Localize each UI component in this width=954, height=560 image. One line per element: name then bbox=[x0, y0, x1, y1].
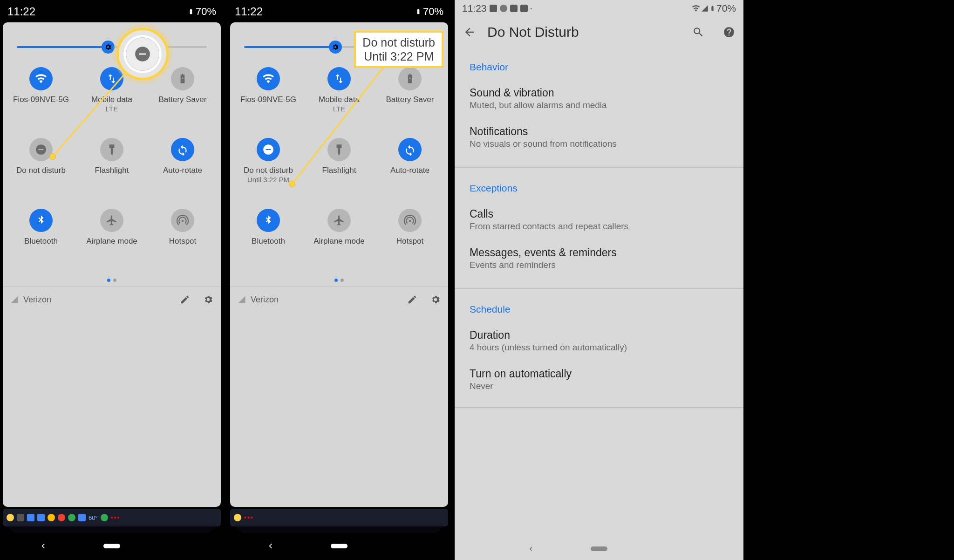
signal-icon bbox=[10, 295, 19, 304]
carrier-label: Verizon bbox=[23, 295, 51, 305]
qs-tile-dnd[interactable]: Do not disturbUntil 3:22 PM bbox=[233, 135, 304, 206]
qs-tile-label: Fios-09NVE-5G bbox=[240, 95, 296, 104]
callout-dnd-until: Do not disturb Until 3:22 PM bbox=[354, 31, 443, 68]
brightness-thumb[interactable] bbox=[102, 41, 115, 54]
qs-tile-dnd[interactable]: Do not disturb bbox=[6, 135, 76, 206]
mobile-data-toggle[interactable] bbox=[327, 67, 351, 90]
hotspot-icon bbox=[177, 214, 189, 226]
notif-chip-icon bbox=[68, 514, 75, 521]
settings-row-title: Sound & vibration bbox=[470, 87, 729, 99]
notif-chip-icon bbox=[78, 514, 86, 521]
status-icon bbox=[490, 5, 497, 12]
back-icon[interactable] bbox=[463, 26, 476, 39]
section-heading: Exceptions bbox=[470, 183, 729, 194]
panel-footer: Verizon bbox=[3, 287, 221, 312]
wifi-icon bbox=[262, 73, 274, 85]
qs-tile-airplane[interactable]: Airplane mode bbox=[76, 206, 147, 277]
qs-tile-bluetooth[interactable]: Bluetooth bbox=[6, 206, 76, 277]
back-nav-icon[interactable] bbox=[38, 541, 48, 551]
edit-icon[interactable] bbox=[180, 294, 190, 305]
settings-row-title: Calls bbox=[470, 208, 729, 220]
help-icon[interactable] bbox=[723, 26, 735, 38]
notification-strip[interactable]: 60° ••• bbox=[3, 509, 221, 526]
auto-rotate-toggle[interactable] bbox=[171, 138, 194, 161]
airplane-toggle[interactable] bbox=[327, 209, 351, 232]
flashlight-toggle[interactable] bbox=[100, 138, 123, 161]
qs-tile-sublabel: LTE bbox=[333, 105, 345, 113]
flash-icon bbox=[333, 143, 345, 156]
settings-header: Do Not Disturb bbox=[455, 16, 743, 48]
qs-tile-flashlight[interactable]: Flashlight bbox=[76, 135, 147, 206]
qs-tile-auto-rotate[interactable]: Auto-rotate bbox=[147, 135, 218, 206]
back-nav-icon[interactable] bbox=[266, 541, 275, 551]
settings-row[interactable]: Messages, events & remindersEvents and r… bbox=[470, 239, 729, 278]
status-more-icon: • bbox=[531, 6, 532, 11]
wifi-toggle[interactable] bbox=[29, 67, 53, 90]
settings-row[interactable]: CallsFrom starred contacts and repeat ca… bbox=[470, 200, 729, 239]
settings-icon[interactable] bbox=[203, 294, 213, 305]
qs-tile-flashlight[interactable]: Flashlight bbox=[304, 135, 375, 206]
settings-row[interactable]: Turn on automaticallyNever bbox=[470, 360, 729, 399]
qs-tile-battery-saver[interactable]: Battery Saver bbox=[375, 64, 445, 135]
signal-icon bbox=[238, 295, 246, 304]
home-nav-pill[interactable] bbox=[331, 544, 348, 548]
airplane-icon bbox=[333, 214, 345, 226]
status-bar: 11:23 • 70% bbox=[455, 0, 743, 16]
notif-chip-icon bbox=[58, 514, 65, 521]
bluetooth-toggle[interactable] bbox=[29, 209, 53, 232]
screen-c-dnd-settings: 11:23 • 70% Do Not Disturb BehaviorSound… bbox=[455, 0, 743, 560]
airplane-toggle[interactable] bbox=[100, 209, 123, 232]
rotate-icon bbox=[404, 143, 416, 156]
notification-strip[interactable]: ••• bbox=[230, 509, 448, 526]
brightness-thumb[interactable] bbox=[329, 41, 342, 54]
callout-line1: Do not disturb bbox=[362, 35, 435, 49]
qs-tile-bluetooth[interactable]: Bluetooth bbox=[233, 206, 304, 277]
qs-tile-hotspot[interactable]: Hotspot bbox=[147, 206, 218, 277]
qs-tile-wifi[interactable]: Fios-09NVE-5G bbox=[233, 64, 304, 135]
settings-icon[interactable] bbox=[430, 294, 441, 305]
hotspot-toggle[interactable] bbox=[171, 209, 194, 232]
home-nav-pill[interactable] bbox=[103, 544, 120, 548]
brightness-slider[interactable] bbox=[17, 46, 207, 48]
auto-rotate-toggle[interactable] bbox=[398, 138, 422, 161]
battery-saver-toggle[interactable] bbox=[171, 67, 194, 90]
dnd-icon bbox=[262, 143, 274, 156]
qs-tile-wifi[interactable]: Fios-09NVE-5G bbox=[6, 64, 76, 135]
edit-icon[interactable] bbox=[407, 294, 417, 305]
settings-row-title: Notifications bbox=[470, 125, 729, 138]
page-indicator bbox=[3, 277, 221, 287]
bt-icon bbox=[262, 214, 274, 226]
settings-row[interactable]: NotificationsNo visuals or sound from no… bbox=[470, 118, 729, 157]
qs-tile-hotspot[interactable]: Hotspot bbox=[375, 206, 445, 277]
dnd-toggle[interactable] bbox=[257, 138, 280, 161]
callout-lens-dnd-icon bbox=[116, 28, 169, 80]
qs-tile-airplane[interactable]: Airplane mode bbox=[304, 206, 375, 277]
hotspot-toggle[interactable] bbox=[398, 209, 422, 232]
qs-tile-label: Hotspot bbox=[169, 237, 197, 246]
flashlight-toggle[interactable] bbox=[327, 138, 351, 161]
home-nav-pill[interactable] bbox=[591, 546, 607, 551]
status-battery-pct: 70% bbox=[716, 3, 736, 14]
notif-chip-icon bbox=[17, 514, 24, 521]
qs-tile-label: Flashlight bbox=[95, 166, 129, 175]
qs-tile-mobile-data[interactable]: Mobile dataLTE bbox=[304, 64, 375, 135]
settings-row-title: Duration bbox=[470, 329, 729, 341]
battery-saver-toggle[interactable] bbox=[398, 67, 422, 90]
back-nav-icon[interactable] bbox=[526, 545, 535, 553]
battery-icon bbox=[188, 7, 194, 16]
dnd-icon bbox=[134, 45, 151, 63]
bt-icon bbox=[35, 214, 47, 226]
wifi-toggle[interactable] bbox=[257, 67, 280, 90]
qs-tile-label: Mobile data bbox=[319, 95, 360, 104]
settings-row-title: Messages, events & reminders bbox=[470, 246, 729, 259]
quick-settings-panel: Fios-09NVE-5GMobile dataLTEBattery Saver… bbox=[3, 22, 221, 507]
mobile-data-toggle[interactable] bbox=[100, 67, 123, 90]
bluetooth-toggle[interactable] bbox=[257, 209, 280, 232]
qs-tile-auto-rotate[interactable]: Auto-rotate bbox=[375, 135, 445, 206]
carrier-label: Verizon bbox=[251, 295, 279, 305]
settings-row[interactable]: Duration4 hours (unless turned on automa… bbox=[470, 321, 729, 360]
screen-b-quick-settings-dnd-on: 11:22 70% Fios-09NVE-5GMobile dataLTEBat… bbox=[227, 0, 451, 560]
search-icon[interactable] bbox=[692, 26, 704, 38]
screen-a-quick-settings: 11:22 70% Fios-09NVE-5GMobile dataLTEBat… bbox=[0, 0, 224, 560]
settings-row[interactable]: Sound & vibrationMuted, but allow alarms… bbox=[470, 79, 729, 118]
